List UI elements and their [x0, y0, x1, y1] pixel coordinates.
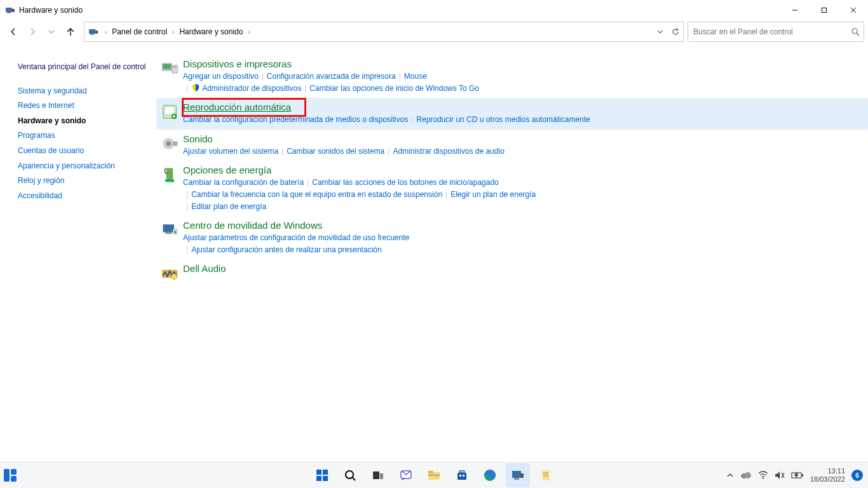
svg-rect-67	[802, 474, 803, 477]
svg-rect-41	[373, 471, 379, 479]
address-bar[interactable]: › Panel de control › Hardware y sonido ›	[84, 22, 684, 42]
control-panel-taskbar-icon[interactable]	[506, 463, 530, 487]
sublink-1-1[interactable]: Reproducir un CD u otros medios automáti…	[416, 115, 590, 124]
window-title: Hardware y sonido	[19, 6, 780, 15]
category-heading-3[interactable]: Opciones de energía	[183, 165, 271, 175]
search-input[interactable]	[692, 27, 851, 37]
breadcrumb-item-1[interactable]: Hardware y sonido	[175, 22, 247, 41]
separator: |	[396, 72, 404, 81]
svg-rect-25	[165, 179, 174, 182]
forward-button[interactable]	[23, 22, 42, 41]
clock-date: 18/03/2022	[810, 475, 845, 484]
svg-marker-63	[775, 471, 780, 479]
svg-rect-9	[90, 34, 94, 35]
taskbar: 13:11 18/03/2022 6	[0, 462, 868, 488]
svg-rect-46	[428, 471, 433, 473]
sublink-2-0[interactable]: Ajustar volumen del sistema	[183, 147, 278, 156]
up-button[interactable]	[61, 22, 80, 41]
separator: |	[183, 84, 191, 93]
sublink-1-0[interactable]: Cambiar la configuración predeterminada …	[183, 115, 408, 124]
recent-button[interactable]	[42, 22, 61, 41]
category-heading-0[interactable]: Dispositivos e impresoras	[183, 58, 292, 69]
category-heading-4[interactable]: Centro de movilidad de Windows	[183, 220, 322, 231]
battery-icon[interactable]	[791, 471, 804, 479]
task-view-icon[interactable]	[366, 463, 390, 487]
sublink-3-2[interactable]: Cambiar la frecuencia con la que el equi…	[191, 190, 442, 199]
maximize-button[interactable]	[810, 0, 839, 20]
category-row-5: Dell Audio	[156, 259, 868, 286]
svg-rect-8	[89, 29, 95, 34]
sublink-3-0[interactable]: Cambiar la configuración de batería	[183, 178, 304, 187]
wifi-icon[interactable]	[758, 471, 768, 480]
sidebar-item-4[interactable]: Cuentas de usuario	[18, 146, 154, 156]
minimize-button[interactable]	[780, 0, 810, 20]
breadcrumb-item-0[interactable]: Panel de control	[108, 22, 171, 41]
category-icon-4	[156, 220, 183, 255]
sublink-3-1[interactable]: Cambiar las acciones de los botones de i…	[312, 178, 499, 187]
category-row-4: Centro de movilidad de WindowsAjustar pa…	[156, 216, 868, 259]
sublink-0-0[interactable]: Agregar un dispositivo	[183, 72, 259, 81]
svg-rect-51	[463, 475, 465, 477]
sublink-3-4[interactable]: Editar plan de energía	[191, 202, 266, 211]
category-heading-1[interactable]: Reproducción automática	[183, 102, 291, 112]
sidebar-home[interactable]: Ventana principal del Panel de control	[18, 62, 154, 72]
store-icon[interactable]	[450, 463, 474, 487]
edge-icon[interactable]	[478, 463, 502, 487]
category-heading-2[interactable]: Sonido	[183, 133, 213, 144]
tray-chevron-icon[interactable]	[726, 471, 734, 479]
search-box[interactable]	[688, 22, 864, 42]
close-button[interactable]	[839, 0, 868, 20]
svg-rect-47	[428, 475, 440, 476]
sublink-3-3[interactable]: Elegir un plan de energía	[451, 190, 536, 199]
explorer-icon[interactable]	[422, 463, 446, 487]
onedrive-icon[interactable]	[740, 471, 752, 479]
chevron-right-icon[interactable]: ›	[171, 29, 175, 36]
clock[interactable]: 13:11 18/03/2022	[810, 467, 845, 484]
chevron-right-icon[interactable]: ›	[247, 29, 251, 36]
category-heading-5[interactable]: Dell Audio	[183, 263, 226, 274]
volume-icon[interactable]	[775, 471, 785, 480]
back-button[interactable]	[4, 22, 23, 41]
svg-rect-37	[316, 476, 322, 481]
chat-icon[interactable]	[394, 463, 418, 487]
sublink-0-2[interactable]: Mouse	[404, 72, 427, 81]
sublink-0-4[interactable]: Cambiar las opciones de inicio de Window…	[309, 84, 479, 93]
sidebar-item-0[interactable]: Sistema y seguridad	[18, 86, 154, 97]
shield-icon	[191, 83, 200, 92]
taskbar-search-icon[interactable]	[338, 463, 362, 487]
start-button[interactable]	[310, 463, 334, 487]
sidebar-item-7[interactable]: Accesibilidad	[18, 191, 154, 201]
svg-point-11	[852, 29, 857, 34]
sidebar-item-6[interactable]: Reloj y región	[18, 176, 154, 186]
sidebar-item-5[interactable]: Apariencia y personalización	[18, 161, 154, 172]
category-icon-5	[156, 263, 183, 282]
svg-line-40	[353, 478, 355, 480]
sidebar: Ventana principal del Panel de control S…	[0, 43, 154, 463]
sublink-0-3[interactable]: Administrador de dispositivos	[202, 84, 301, 93]
breadcrumb-root[interactable]	[85, 22, 104, 41]
widgets-button[interactable]	[3, 468, 18, 483]
sidebar-item-1[interactable]: Redes e Internet	[18, 101, 154, 111]
sublink-2-2[interactable]: Administrar dispositivos de audio	[393, 147, 504, 156]
notification-badge[interactable]: 6	[851, 470, 863, 481]
system-tray: 13:11 18/03/2022 6	[726, 467, 868, 484]
separator: |	[384, 147, 393, 156]
sublink-4-0[interactable]: Ajustar parámetros de configuración de m…	[183, 233, 409, 242]
search-icon[interactable]	[851, 27, 860, 36]
sidebar-item-3[interactable]: Programas	[18, 131, 154, 141]
chevron-right-icon[interactable]: ›	[104, 29, 108, 36]
sublink-2-1[interactable]: Cambiar sonidos del sistema	[287, 147, 384, 156]
notes-icon[interactable]	[534, 463, 558, 487]
svg-rect-32	[4, 469, 10, 482]
sublink-0-1[interactable]: Configuración avanzada de impresora	[267, 72, 396, 81]
refresh-icon[interactable]	[668, 23, 683, 41]
sidebar-item-2[interactable]: Hardware y sonido	[18, 116, 154, 126]
nav-row: › Panel de control › Hardware y sonido ›	[0, 20, 868, 43]
svg-rect-0	[6, 8, 12, 12]
addr-dropdown-icon[interactable]	[653, 23, 668, 41]
taskbar-center	[310, 463, 558, 488]
svg-rect-48	[458, 473, 466, 480]
sublink-4-1[interactable]: Ajustar configuración antes de realizar …	[191, 245, 382, 254]
svg-rect-50	[459, 475, 461, 477]
svg-rect-55	[520, 473, 524, 478]
